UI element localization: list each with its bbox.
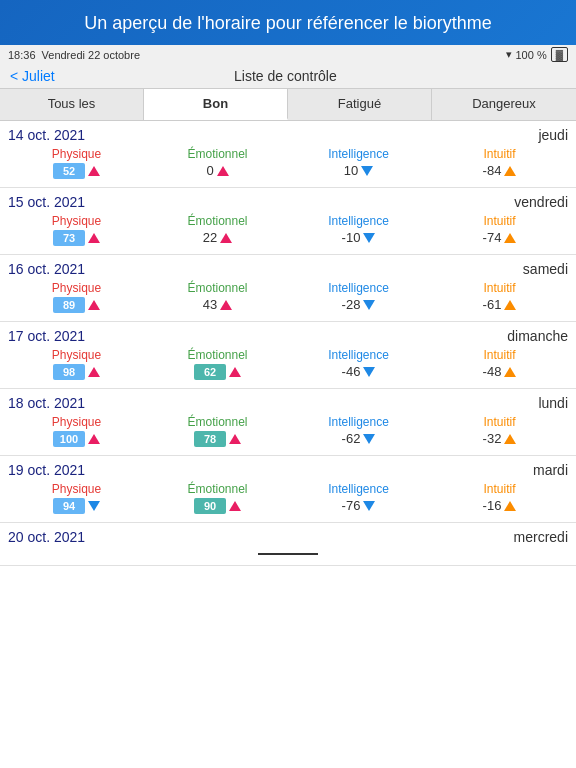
metric-intelligence: Intelligence-10 [290, 214, 427, 245]
metric-label-emotionnel: Émotionnel [187, 415, 247, 429]
metric-label-emotionnel: Émotionnel [187, 281, 247, 295]
metric-number: -62 [342, 431, 361, 446]
metric-label-intuitif: Intuitif [483, 147, 515, 161]
metric-value-row: 62 [194, 364, 241, 380]
metric-bar: 62 [194, 364, 226, 380]
arrow-up-orange-icon [504, 367, 516, 377]
metric-intelligence: Intelligence10 [290, 147, 427, 178]
arrow-up-icon [220, 233, 232, 243]
day-name: dimanche [507, 328, 568, 344]
metric-value-row: 10 [344, 163, 373, 178]
metric-number: 0 [206, 163, 213, 178]
day-name: mercredi [514, 529, 568, 545]
metric-physique: Physique94 [8, 482, 145, 514]
metric-label-intuitif: Intuitif [483, 482, 515, 496]
arrow-up-icon [220, 300, 232, 310]
metric-label-intuitif: Intuitif [483, 415, 515, 429]
arrow-up-icon [88, 434, 100, 444]
day-name: lundi [538, 395, 568, 411]
metric-value-row: -32 [483, 431, 517, 446]
metric-label-intelligence: Intelligence [328, 482, 389, 496]
metric-value-row: 73 [53, 230, 100, 246]
metric-intelligence: Intelligence-28 [290, 281, 427, 312]
metric-bar: 90 [194, 498, 226, 514]
nav-back-button[interactable]: < Juliet [10, 68, 55, 84]
metric-label-intuitif: Intuitif [483, 348, 515, 362]
metric-number: -16 [483, 498, 502, 513]
day-header: 18 oct. 2021lundi [8, 395, 568, 411]
metric-number: -76 [342, 498, 361, 513]
tab-fatigué[interactable]: Fatigué [288, 89, 432, 120]
day-name: jeudi [538, 127, 568, 143]
day-header: 19 oct. 2021mardi [8, 462, 568, 478]
day-date: 20 oct. 2021 [8, 529, 85, 545]
tab-bar: Tous lesBonFatiguéDangereux [0, 89, 576, 121]
separator [258, 553, 318, 555]
metric-emotionnel: Émotionnel90 [149, 482, 286, 514]
day-header: 16 oct. 2021samedi [8, 261, 568, 277]
day-date: 16 oct. 2021 [8, 261, 85, 277]
day-header: 15 oct. 2021vendredi [8, 194, 568, 210]
arrow-up-icon [229, 501, 241, 511]
metric-label-intelligence: Intelligence [328, 281, 389, 295]
arrow-down-icon [363, 434, 375, 444]
metrics-row: Physique89Émotionnel43Intelligence-28Int… [8, 281, 568, 313]
metric-number: -10 [342, 230, 361, 245]
nav-title: Liste de contrôle [234, 68, 337, 84]
battery-status: 100 % [516, 49, 547, 61]
day-header: 17 oct. 2021dimanche [8, 328, 568, 344]
metric-number: -32 [483, 431, 502, 446]
metric-physique: Physique100 [8, 415, 145, 447]
day-block: 14 oct. 2021jeudiPhysique52Émotionnel0In… [0, 121, 576, 188]
tab-tous-les[interactable]: Tous les [0, 89, 144, 120]
metric-value-row: -48 [483, 364, 517, 379]
tab-dangereux[interactable]: Dangereux [432, 89, 576, 120]
arrow-down-icon [363, 367, 375, 377]
metric-bar: 100 [53, 431, 85, 447]
day-block: 15 oct. 2021vendrediPhysique73Émotionnel… [0, 188, 576, 255]
day-block: 17 oct. 2021dimanchePhysique98Émotionnel… [0, 322, 576, 389]
metric-number: -48 [483, 364, 502, 379]
metric-emotionnel: Émotionnel78 [149, 415, 286, 447]
metric-bar: 73 [53, 230, 85, 246]
metric-value-row: -28 [342, 297, 376, 312]
metric-label-physique: Physique [52, 415, 101, 429]
metric-emotionnel: Émotionnel22 [149, 214, 286, 245]
day-name: mardi [533, 462, 568, 478]
metric-physique: Physique89 [8, 281, 145, 313]
metric-intuitif: Intuitif-84 [431, 147, 568, 178]
metric-value-row: 90 [194, 498, 241, 514]
metric-number: -46 [342, 364, 361, 379]
day-header: 14 oct. 2021jeudi [8, 127, 568, 143]
metric-emotionnel: Émotionnel62 [149, 348, 286, 380]
day-block: 20 oct. 2021mercredi [0, 523, 576, 566]
metric-value-row: 43 [203, 297, 232, 312]
metric-value-row: 98 [53, 364, 100, 380]
metrics-row: Physique52Émotionnel0Intelligence10Intui… [8, 147, 568, 179]
metric-intelligence: Intelligence-76 [290, 482, 427, 513]
metric-label-physique: Physique [52, 214, 101, 228]
metric-value-row: -46 [342, 364, 376, 379]
metric-label-physique: Physique [52, 281, 101, 295]
tab-bon[interactable]: Bon [144, 89, 288, 120]
metric-value-row: -74 [483, 230, 517, 245]
metric-label-emotionnel: Émotionnel [187, 214, 247, 228]
metric-physique: Physique98 [8, 348, 145, 380]
nav-bar: < Juliet Liste de contrôle [0, 64, 576, 89]
metric-value-row: -84 [483, 163, 517, 178]
day-date: 15 oct. 2021 [8, 194, 85, 210]
day-header: 20 oct. 2021mercredi [8, 529, 568, 545]
day-date: 18 oct. 2021 [8, 395, 85, 411]
wifi-icon: ▾ [506, 48, 512, 61]
metrics-row: Physique100Émotionnel78Intelligence-62In… [8, 415, 568, 447]
metric-physique: Physique52 [8, 147, 145, 179]
metric-value-row: -62 [342, 431, 376, 446]
metric-physique: Physique73 [8, 214, 145, 246]
metric-number: -84 [483, 163, 502, 178]
metric-emotionnel: Émotionnel0 [149, 147, 286, 178]
arrow-up-icon [88, 166, 100, 176]
metric-intuitif: Intuitif-16 [431, 482, 568, 513]
day-date: 17 oct. 2021 [8, 328, 85, 344]
status-time: 18:36 [8, 49, 36, 61]
arrow-up-icon [229, 367, 241, 377]
